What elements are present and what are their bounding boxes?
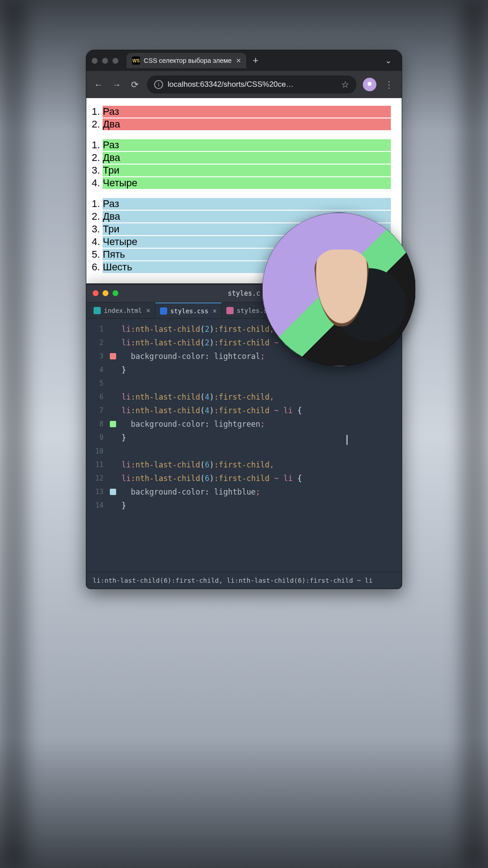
address-bar[interactable]: i localhost:63342/shorts/CSS%20се… ☆ [147, 75, 357, 94]
reload-button[interactable]: ⟳ [129, 79, 141, 90]
ordered-list: РазДваТриЧетыре [92, 139, 396, 189]
close-icon[interactable] [93, 290, 99, 296]
browser-tab[interactable]: WS CSS селектор выбора элеме × [127, 53, 246, 68]
back-button[interactable]: ← [93, 80, 104, 90]
code-line[interactable]: } [122, 363, 398, 377]
list-item: Четыре [92, 177, 396, 189]
color-swatch-gutter [108, 319, 118, 572]
editor-tab-styles-css[interactable]: styles.css× [155, 302, 222, 318]
html-file-icon [94, 307, 101, 314]
tab-title: CSS селектор выбора элеме [144, 57, 232, 64]
browser-toolbar: ← → ⟳ i localhost:63342/shorts/CSS%20се…… [86, 71, 402, 98]
bookmark-icon[interactable]: ☆ [341, 79, 349, 90]
list-item: Два [92, 118, 396, 131]
color-swatch-icon[interactable] [110, 421, 116, 427]
code-line[interactable]: background-color: lightblue; [122, 485, 398, 499]
code-line[interactable]: } [122, 499, 398, 512]
list-item: Три [92, 164, 396, 177]
scss-file-icon [226, 307, 234, 314]
editor-tab-label: index.html [104, 307, 142, 314]
editor-title: styles.c [228, 289, 260, 297]
url-text: localhost:63342/shorts/CSS%20се… [168, 80, 337, 89]
forward-button[interactable]: → [111, 80, 122, 90]
list-item: Раз [92, 139, 396, 151]
editor-tab-index-html[interactable]: index.html× [89, 302, 155, 318]
site-info-icon[interactable]: i [154, 80, 163, 89]
code-line[interactable] [122, 377, 398, 390]
code-line[interactable]: li:nth-last-child(4):first-child, [122, 390, 398, 404]
color-swatch-icon[interactable] [110, 489, 116, 495]
color-swatch-icon[interactable] [110, 353, 116, 359]
maximize-icon[interactable] [113, 58, 118, 64]
ordered-list: РазДва [92, 105, 396, 131]
editor-tab-label: styles.css [170, 307, 208, 315]
code-line[interactable]: li:nth-last-child(4):first-child ~ li { [122, 404, 398, 417]
profile-avatar[interactable] [363, 78, 376, 91]
window-controls[interactable] [92, 58, 118, 64]
css-file-icon [160, 307, 167, 315]
line-gutter: 1234567891011121314 [86, 319, 108, 572]
list-item: Раз [92, 105, 396, 118]
close-icon[interactable] [92, 58, 98, 64]
list-item: Раз [92, 198, 396, 210]
selector-breadcrumb[interactable]: li:nth-last-child(6):first-child, li:nth… [86, 572, 402, 589]
code-line[interactable] [122, 444, 398, 458]
close-tab-icon[interactable]: × [212, 307, 217, 315]
browser-tabbar: WS CSS селектор выбора элеме × + ⌄ [86, 50, 402, 71]
list-item: Два [92, 151, 396, 164]
tabs-dropdown-icon[interactable]: ⌄ [380, 53, 396, 68]
webcam-overlay [262, 212, 416, 366]
code-line[interactable]: li:nth-last-child(6):first-child, [122, 458, 398, 472]
ws-favicon-icon: WS [132, 57, 140, 65]
close-tab-icon[interactable]: × [146, 306, 150, 315]
code-line[interactable]: background-color: lightgreen; [122, 417, 398, 431]
close-tab-icon[interactable]: × [236, 56, 241, 66]
new-tab-button[interactable]: + [253, 55, 258, 66]
code-line[interactable]: li:nth-last-child(6):first-child ~ li { [122, 472, 398, 485]
code-line[interactable]: } [122, 431, 398, 444]
text-cursor-icon [347, 435, 347, 445]
browser-menu-icon[interactable]: ⋮ [383, 79, 395, 90]
window-controls[interactable] [93, 290, 118, 296]
minimize-icon[interactable] [102, 58, 108, 64]
minimize-icon[interactable] [103, 290, 108, 296]
maximize-icon[interactable] [113, 290, 118, 296]
